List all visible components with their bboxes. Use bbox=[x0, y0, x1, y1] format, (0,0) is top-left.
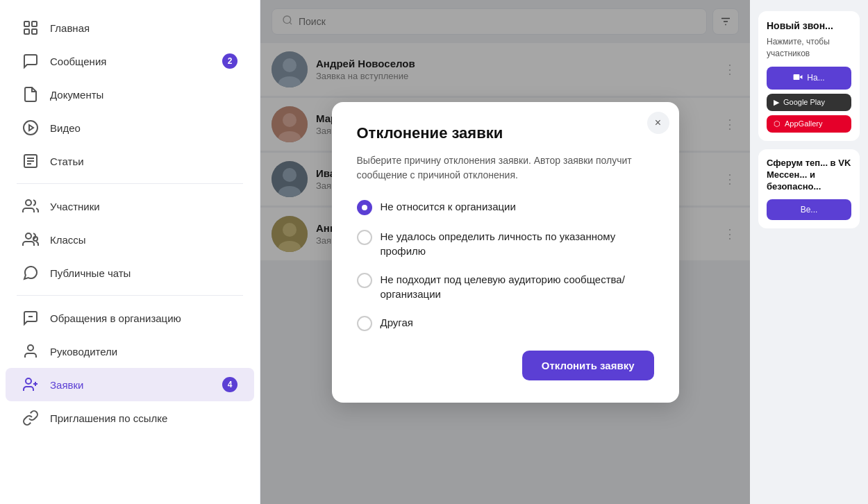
svg-point-11 bbox=[26, 233, 31, 239]
manager-icon bbox=[22, 343, 39, 360]
play-icon bbox=[22, 119, 39, 136]
svg-point-12 bbox=[33, 237, 37, 241]
members-icon bbox=[22, 198, 39, 215]
sidebar-item-label: Приглашения по ссылке bbox=[50, 412, 167, 424]
sidebar-item-documents[interactable]: Документы bbox=[6, 78, 254, 111]
grid-icon bbox=[22, 19, 39, 36]
sidebar-item-articles[interactable]: Статьи bbox=[6, 144, 254, 178]
sidebar-item-video[interactable]: Видео bbox=[6, 111, 254, 144]
close-button[interactable]: × bbox=[647, 112, 669, 134]
sidebar-item-public-chats[interactable]: Публичные чаты bbox=[6, 256, 254, 289]
sidebar-item-label: Видео bbox=[50, 122, 81, 134]
huawei-icon: ⬡ bbox=[774, 119, 781, 128]
sidebar-item-messages[interactable]: Сообщения 2 bbox=[6, 44, 254, 78]
svg-point-4 bbox=[24, 121, 37, 135]
radio-label-4: Другая bbox=[381, 315, 413, 330]
sidebar-item-label: Документы bbox=[50, 89, 103, 101]
sidebar-item-label: Классы bbox=[50, 234, 86, 246]
svg-marker-35 bbox=[800, 75, 803, 79]
main-content: Андрей Новоселов Заявка на вступление ⋮ … bbox=[260, 0, 750, 504]
invite-icon bbox=[22, 410, 39, 426]
google-play-button[interactable]: ▶ Google Play bbox=[767, 94, 851, 111]
radio-circle-3 bbox=[357, 273, 372, 288]
svg-point-14 bbox=[28, 345, 33, 351]
sidebar-item-classes[interactable]: Классы bbox=[6, 223, 254, 256]
radio-option-3[interactable]: Не подходит под целевую аудиторию сообще… bbox=[357, 272, 654, 301]
radio-label-3: Не подходит под целевую аудиторию сообще… bbox=[381, 272, 654, 301]
sidebar-item-label: Заявки bbox=[50, 379, 83, 391]
promo-button-1[interactable]: На... bbox=[767, 67, 851, 90]
sidebar: Главная Сообщения 2 Документы Видео bbox=[0, 0, 260, 504]
sidebar-item-managers[interactable]: Руководители bbox=[6, 335, 254, 368]
promo-title-1: Новый звон... bbox=[767, 19, 851, 32]
reject-button[interactable]: Отклонить заявку bbox=[522, 351, 654, 380]
sidebar-item-label: Публичные чаты bbox=[50, 267, 131, 279]
doc-icon bbox=[22, 86, 39, 103]
article-icon bbox=[22, 153, 39, 169]
appeal-icon bbox=[22, 310, 39, 326]
radio-circle-2 bbox=[357, 230, 372, 245]
promo-subtitle-1: Нажмите, чтобы участников bbox=[767, 36, 851, 60]
sidebar-item-label: Сообщения bbox=[50, 56, 106, 67]
promo-card-1: Новый звон... Нажмите, чтобы участников … bbox=[758, 11, 860, 141]
radio-label-2: Не удалось определить личность по указан… bbox=[381, 229, 654, 258]
google-play-icon: ▶ bbox=[774, 98, 779, 107]
sidebar-item-invitations[interactable]: Приглашения по ссылке bbox=[6, 401, 254, 435]
app-gallery-button[interactable]: ⬡ AppGallery bbox=[767, 115, 851, 133]
sidebar-item-label: Участники bbox=[50, 201, 100, 212]
svg-rect-3 bbox=[32, 29, 37, 34]
sidebar-item-label: Обращения в организацию bbox=[50, 312, 181, 324]
svg-rect-0 bbox=[24, 22, 29, 26]
radio-circle-4 bbox=[357, 316, 372, 331]
svg-point-15 bbox=[26, 378, 31, 384]
sidebar-item-applications[interactable]: Заявки 4 bbox=[6, 368, 254, 401]
applications-badge: 4 bbox=[222, 377, 237, 392]
modal-title: Отклонение заявки bbox=[357, 124, 654, 142]
chat-icon bbox=[22, 53, 39, 69]
svg-rect-36 bbox=[794, 74, 800, 80]
promo-card-2: Сферум теп... в VK Мессен... и безопасно… bbox=[758, 149, 860, 229]
sidebar-item-requests-org[interactable]: Обращения в организацию bbox=[6, 301, 254, 335]
divider-2 bbox=[17, 295, 243, 296]
svg-point-10 bbox=[26, 200, 31, 205]
modal-actions: Отклонить заявку bbox=[357, 351, 654, 380]
radio-option-1[interactable]: Не относится к организации bbox=[357, 199, 654, 215]
apply-icon bbox=[22, 376, 39, 393]
right-panel: Новый звон... Нажмите, чтобы участников … bbox=[750, 0, 868, 504]
sidebar-item-label: Руководители bbox=[50, 346, 117, 358]
sidebar-item-label: Статьи bbox=[50, 156, 84, 167]
classes-icon bbox=[22, 231, 39, 248]
radio-option-4[interactable]: Другая bbox=[357, 315, 654, 331]
svg-rect-1 bbox=[32, 22, 37, 26]
sidebar-item-members[interactable]: Участники bbox=[6, 190, 254, 223]
modal-overlay[interactable]: × Отклонение заявки Выберите причину отк… bbox=[260, 0, 750, 504]
svg-rect-2 bbox=[24, 29, 29, 34]
public-chat-icon bbox=[22, 264, 39, 281]
sidebar-item-home[interactable]: Главная bbox=[6, 11, 254, 44]
modal-description: Выберите причину отклонения заявки. Авто… bbox=[357, 153, 654, 183]
radio-circle-1 bbox=[357, 200, 372, 215]
promo-title-2: Сферум теп... в VK Мессен... и безопасно… bbox=[767, 158, 851, 193]
vk-button[interactable]: Ве... bbox=[767, 199, 851, 220]
divider-1 bbox=[17, 183, 243, 184]
video-icon bbox=[793, 72, 803, 84]
svg-marker-5 bbox=[29, 125, 33, 131]
messages-badge: 2 bbox=[222, 53, 237, 69]
sidebar-item-label: Главная bbox=[50, 22, 90, 34]
radio-option-2[interactable]: Не удалось определить личность по указан… bbox=[357, 229, 654, 258]
modal-dialog: × Отклонение заявки Выберите причину отк… bbox=[332, 102, 679, 403]
radio-label-1: Не относится к организации bbox=[381, 199, 516, 214]
